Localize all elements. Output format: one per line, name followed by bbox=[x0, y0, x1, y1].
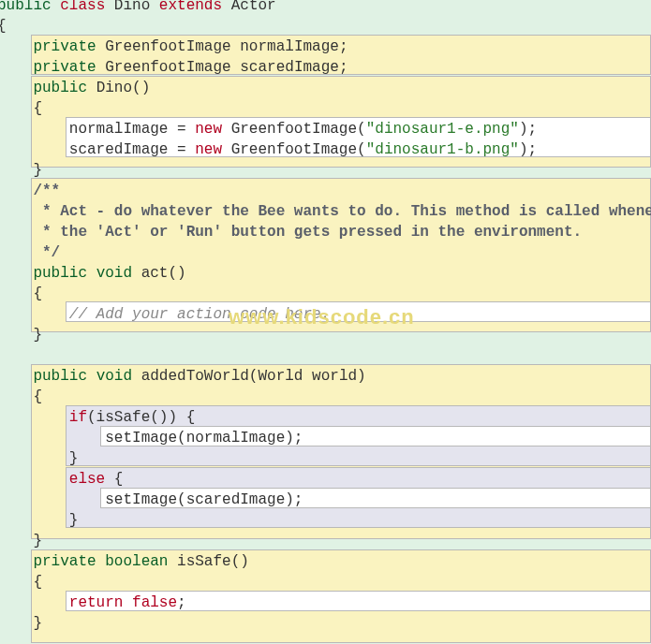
brace: { bbox=[33, 574, 42, 591]
close: ); bbox=[519, 121, 537, 138]
close: ); bbox=[519, 141, 537, 158]
doc-comment: * Act - do whatever the Bee wants to do.… bbox=[33, 203, 651, 220]
class-name: Dino bbox=[114, 0, 150, 14]
call: GreenfootImage( bbox=[222, 121, 366, 138]
kw-void: void bbox=[96, 265, 132, 282]
cond: (isSafe()) { bbox=[87, 409, 195, 426]
kw-private: private bbox=[33, 553, 96, 570]
kw-if: if bbox=[69, 409, 87, 426]
superclass: Actor bbox=[231, 0, 276, 14]
doc-comment: */ bbox=[33, 244, 60, 261]
doc-comment: /** bbox=[33, 183, 60, 199]
stmt: setImage(normalImage); bbox=[105, 430, 303, 446]
brace: { bbox=[33, 285, 42, 302]
kw-class: class bbox=[60, 0, 105, 14]
literal-false: false bbox=[132, 594, 177, 611]
call: GreenfootImage( bbox=[222, 141, 366, 158]
brace: { bbox=[33, 388, 42, 405]
brace: } bbox=[33, 533, 42, 549]
method-sig: addedToWorld(World world) bbox=[141, 368, 366, 385]
brace: } bbox=[69, 512, 79, 529]
kw-extends: extends bbox=[159, 0, 222, 14]
brace: { bbox=[0, 18, 7, 35]
type: GreenfootImage bbox=[105, 38, 230, 55]
kw-new: new bbox=[195, 121, 222, 138]
kw-public: public bbox=[0, 0, 52, 14]
field: scaredImage; bbox=[240, 59, 348, 76]
brace: } bbox=[69, 450, 79, 467]
brace: } bbox=[33, 615, 42, 632]
brace: } bbox=[33, 327, 42, 344]
kw-private: private bbox=[33, 59, 96, 76]
string-literal: "dinosaur1-b.png" bbox=[366, 141, 519, 158]
assign: scaredImage = bbox=[69, 141, 195, 158]
string-literal: "dinosaur1-e.png" bbox=[366, 121, 519, 138]
method-sig: act() bbox=[141, 265, 186, 282]
field: normalImage; bbox=[240, 38, 348, 55]
kw-void: void bbox=[96, 368, 132, 385]
kw-public: public bbox=[33, 368, 87, 385]
method-sig: isSafe() bbox=[177, 553, 249, 570]
kw-public: public bbox=[33, 80, 87, 96]
semi: ; bbox=[177, 594, 186, 611]
doc-comment: * the 'Act' or 'Run' button gets pressed… bbox=[33, 224, 582, 241]
kw-public: public bbox=[33, 265, 87, 282]
kw-new: new bbox=[195, 141, 222, 158]
brace: { bbox=[105, 471, 123, 488]
kw-private: private bbox=[33, 38, 96, 55]
brace: } bbox=[33, 162, 42, 179]
kw-else: else bbox=[69, 471, 105, 488]
brace: { bbox=[33, 100, 42, 117]
kw-boolean: boolean bbox=[105, 553, 168, 570]
kw-return: return bbox=[69, 594, 124, 611]
type: GreenfootImage bbox=[105, 59, 230, 76]
ctor: Dino() bbox=[96, 80, 151, 96]
assign: normalImage = bbox=[69, 121, 195, 138]
stmt: setImage(scaredImage); bbox=[105, 491, 303, 508]
watermark-text: www.kidscode.cn bbox=[229, 307, 415, 328]
